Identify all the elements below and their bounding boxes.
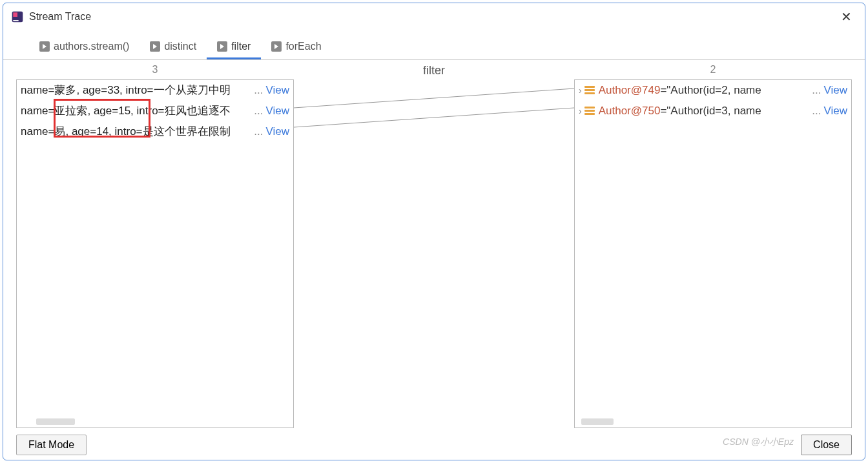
- middle-column: filter: [294, 60, 574, 428]
- list-item[interactable]: › Author@749 = "Author(id=2, name... Vie…: [575, 80, 851, 101]
- filter-label: filter: [294, 60, 574, 81]
- close-button[interactable]: Close: [801, 435, 852, 455]
- tab-filter[interactable]: filter: [207, 36, 261, 59]
- left-column-wrap: 3 name=蒙多, age=33, intro=一个从菜刀中明... View…: [16, 60, 294, 428]
- list-item[interactable]: name=亚拉索, age=15, intro=狂风也追逐不... View: [17, 101, 293, 121]
- object-value: "Author(id=3, name: [666, 102, 812, 120]
- list-item[interactable]: name=易, age=14, intro=是这个世界在限制... View: [17, 121, 293, 142]
- left-panel: name=蒙多, age=33, intro=一个从菜刀中明... View n…: [16, 79, 294, 428]
- tab-label: distinct: [164, 41, 196, 52]
- chevron-right-icon: [39, 41, 50, 52]
- view-link[interactable]: View: [265, 102, 289, 120]
- close-icon[interactable]: ✕: [836, 6, 857, 27]
- list-item[interactable]: › Author@750 = "Author(id=3, name... Vie…: [575, 101, 851, 121]
- equals: =: [660, 81, 666, 99]
- object-icon: [584, 86, 595, 95]
- object-name: Author@749: [599, 81, 661, 99]
- view-link[interactable]: View: [823, 102, 847, 120]
- svg-line-4: [294, 108, 574, 127]
- chevron-right-icon: [271, 41, 282, 52]
- chevron-right-icon: [217, 41, 227, 52]
- view-link[interactable]: View: [265, 123, 289, 141]
- object-name: Author@750: [599, 102, 661, 120]
- ellipsis: ...: [812, 102, 821, 120]
- ellipsis: ...: [254, 102, 263, 120]
- tabs-bar: authors.stream() distinct filter forEach: [3, 36, 865, 60]
- intellij-icon: [11, 10, 24, 23]
- object-value: "Author(id=2, name: [666, 81, 812, 99]
- tab-label: forEach: [285, 41, 321, 52]
- item-text: name=亚拉索, age=15, intro=狂风也追逐不: [21, 102, 254, 120]
- window-title: Stream Trace: [29, 11, 91, 23]
- tab-distinct[interactable]: distinct: [140, 36, 207, 59]
- titlebar: Stream Trace ✕: [3, 3, 865, 30]
- footer: Flat Mode Close: [3, 428, 865, 463]
- tab-foreach[interactable]: forEach: [261, 36, 331, 59]
- ellipsis: ...: [812, 81, 821, 99]
- svg-line-3: [294, 88, 574, 108]
- right-count: 2: [574, 60, 852, 79]
- stream-trace-window: Stream Trace ✕ authors.stream() distinct…: [3, 3, 865, 460]
- left-count: 3: [16, 60, 294, 79]
- view-link[interactable]: View: [265, 81, 289, 99]
- ellipsis: ...: [254, 123, 263, 141]
- chevron-right-icon: [150, 41, 160, 52]
- content-area: 3 name=蒙多, age=33, intro=一个从菜刀中明... View…: [3, 60, 865, 428]
- chevron-right-icon[interactable]: ›: [579, 81, 582, 99]
- equals: =: [660, 102, 666, 120]
- svg-rect-2: [13, 20, 18, 21]
- flat-mode-button[interactable]: Flat Mode: [16, 435, 87, 455]
- object-icon: [584, 107, 595, 116]
- connector-lines: [294, 78, 574, 427]
- tab-label: authors.stream(): [54, 41, 129, 52]
- item-text: name=易, age=14, intro=是这个世界在限制: [21, 123, 254, 141]
- item-text: name=蒙多, age=33, intro=一个从菜刀中明: [21, 81, 254, 99]
- view-link[interactable]: View: [823, 81, 847, 99]
- chevron-right-icon[interactable]: ›: [579, 102, 582, 120]
- list-item[interactable]: name=蒙多, age=33, intro=一个从菜刀中明... View: [17, 80, 293, 101]
- right-panel: › Author@749 = "Author(id=2, name... Vie…: [574, 79, 852, 428]
- right-column-wrap: 2 › Author@749 = "Author(id=2, name... V…: [574, 60, 852, 428]
- scrollbar-horizontal[interactable]: [581, 418, 614, 425]
- scrollbar-horizontal[interactable]: [36, 418, 75, 425]
- tab-authors-stream[interactable]: authors.stream(): [29, 36, 140, 59]
- ellipsis: ...: [254, 81, 263, 99]
- tab-label: filter: [231, 41, 251, 52]
- svg-rect-1: [13, 12, 17, 17]
